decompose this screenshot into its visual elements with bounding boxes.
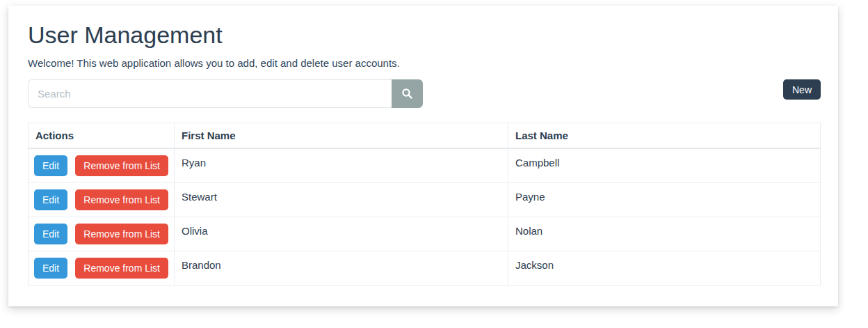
- new-button[interactable]: New: [783, 79, 821, 100]
- table-row: Edit Remove from List Brandon Jackson: [29, 251, 821, 286]
- edit-button[interactable]: Edit: [34, 155, 67, 176]
- table-row: Edit Remove from List Ryan Campbell: [29, 148, 821, 183]
- edit-button[interactable]: Edit: [34, 224, 67, 244]
- users-table: Actions First Name Last Name Edit Remove…: [28, 123, 821, 286]
- remove-from-list-button[interactable]: Remove from List: [75, 224, 168, 244]
- table-header-row: Actions First Name Last Name: [29, 123, 821, 149]
- remove-from-list-button[interactable]: Remove from List: [75, 189, 168, 210]
- page-card: User Management Welcome! This web applic…: [8, 6, 838, 306]
- toolbar: New: [28, 79, 821, 108]
- edit-button[interactable]: Edit: [34, 258, 67, 279]
- first-name-cell: Olivia: [175, 217, 508, 251]
- column-header-actions: Actions: [29, 123, 175, 149]
- first-name-cell: Stewart: [175, 183, 508, 217]
- first-name-cell: Brandon: [175, 251, 508, 286]
- page-title: User Management: [28, 22, 821, 48]
- page-subtitle: Welcome! This web application allows you…: [28, 57, 821, 69]
- column-header-last-name: Last Name: [508, 123, 821, 149]
- last-name-cell: Nolan: [508, 217, 821, 251]
- search-button[interactable]: [392, 79, 423, 108]
- table-row: Edit Remove from List Olivia Nolan: [29, 217, 821, 251]
- actions-cell: Edit Remove from List: [29, 183, 175, 217]
- last-name-cell: Payne: [508, 183, 821, 217]
- last-name-cell: Campbell: [508, 148, 821, 183]
- column-header-first-name: First Name: [175, 123, 508, 149]
- actions-cell: Edit Remove from List: [29, 217, 175, 251]
- remove-from-list-button[interactable]: Remove from List: [75, 155, 168, 176]
- first-name-cell: Ryan: [175, 148, 508, 183]
- actions-cell: Edit Remove from List: [29, 251, 175, 286]
- edit-button[interactable]: Edit: [34, 189, 67, 210]
- table-row: Edit Remove from List Stewart Payne: [29, 183, 821, 217]
- search-input[interactable]: [28, 79, 392, 108]
- actions-cell: Edit Remove from List: [29, 148, 175, 183]
- last-name-cell: Jackson: [508, 251, 821, 286]
- search-group: [28, 79, 423, 108]
- remove-from-list-button[interactable]: Remove from List: [75, 258, 168, 279]
- search-icon: [401, 88, 413, 100]
